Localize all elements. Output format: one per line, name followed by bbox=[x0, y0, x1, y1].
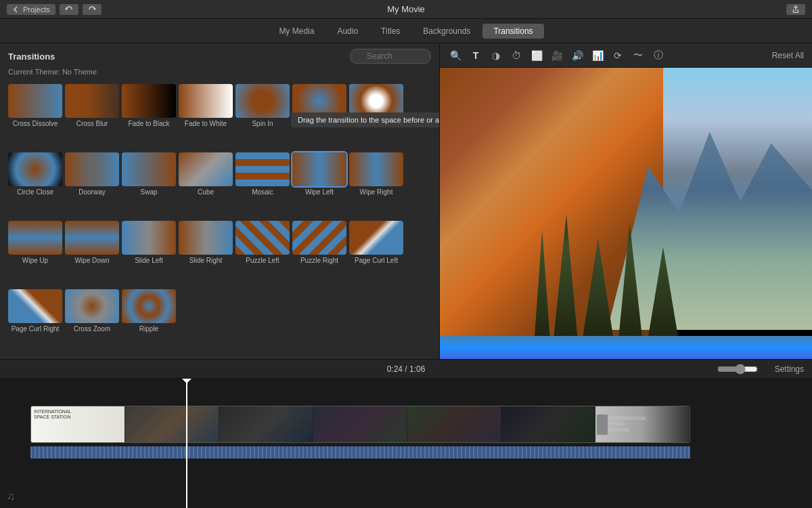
transition-label-page-curl-right: Page Curl Right bbox=[8, 325, 62, 333]
audio-track bbox=[30, 446, 690, 459]
clip-thumb-7: INTERNATIONALSPACESTATION bbox=[595, 406, 690, 442]
transition-label-ripple: Ripple bbox=[122, 325, 176, 333]
titlebar-left: Projects bbox=[7, 4, 102, 15]
preview-area bbox=[440, 68, 812, 359]
transition-item-puzzle-left[interactable]: Puzzle Left bbox=[235, 221, 290, 287]
transition-label-cross-blur: Cross Blur bbox=[65, 120, 119, 128]
timeline-area: 0:24 / 1:06 Settings 8.0s – Space expl..… bbox=[0, 359, 812, 508]
settings-button[interactable]: Settings bbox=[775, 364, 804, 374]
tab-my-media[interactable]: My Media bbox=[268, 24, 325, 39]
transition-item-page-curl-left[interactable]: Page Curl Left bbox=[349, 221, 403, 287]
window-title: My Movie bbox=[387, 4, 425, 14]
transition-label-doorway: Doorway bbox=[65, 188, 119, 196]
playhead-diamond bbox=[182, 379, 191, 383]
transition-item-spin-out[interactable]: Spin Out bbox=[292, 84, 346, 150]
magnifier-icon[interactable]: 🔍 bbox=[448, 48, 463, 63]
projects-label: Projects bbox=[23, 5, 50, 14]
transition-thumb-fade-to-white bbox=[179, 84, 233, 118]
speed-icon[interactable]: ⏱ bbox=[509, 48, 524, 63]
transition-item-slide-right[interactable]: Slide Right bbox=[179, 221, 233, 287]
search-input[interactable] bbox=[350, 49, 431, 64]
transition-label-mosaic: Mosaic bbox=[235, 188, 290, 196]
transition-item-circle-close[interactable]: Circle Close bbox=[8, 152, 62, 218]
undo-button[interactable] bbox=[60, 4, 78, 15]
tab-titles[interactable]: Titles bbox=[370, 24, 411, 39]
transition-label-puzzle-right: Puzzle Right bbox=[292, 257, 346, 265]
current-time: 0:24 bbox=[387, 364, 403, 374]
transition-thumb-cross-blur bbox=[65, 84, 119, 118]
theme-label: Current Theme: No Theme bbox=[0, 66, 439, 80]
crop-icon[interactable]: ⬜ bbox=[529, 48, 544, 63]
transition-label-wipe-up: Wipe Up bbox=[8, 257, 62, 265]
transition-item-wipe-left[interactable]: Wipe Left bbox=[292, 152, 346, 218]
transition-item-wipe-right[interactable]: Wipe Right bbox=[349, 152, 403, 218]
transition-item-mosaic[interactable]: Mosaic bbox=[235, 152, 290, 218]
transition-thumb-wipe-up bbox=[8, 221, 62, 255]
transition-item-fade-to-black[interactable]: Fade to Black bbox=[122, 84, 176, 150]
clip-thumb-6 bbox=[501, 406, 595, 442]
transition-thumb-circle-close bbox=[8, 152, 62, 186]
transition-item-spin-in[interactable]: Spin In bbox=[235, 84, 290, 150]
timeline-track-area: 8.0s – Space expl... INTERNATIONALSPACE … bbox=[0, 379, 812, 508]
transition-item-cross-blur[interactable]: Cross Blur bbox=[65, 84, 119, 150]
tab-backgrounds[interactable]: Backgrounds bbox=[412, 24, 481, 39]
audio-waveform bbox=[30, 446, 690, 459]
transition-item-slide-left[interactable]: Slide Left bbox=[122, 221, 176, 287]
transition-label-slide-left: Slide Left bbox=[122, 257, 176, 265]
clip-thumb-3 bbox=[219, 406, 313, 442]
color-circle-icon[interactable]: ◑ bbox=[489, 48, 503, 63]
transition-item-cross-zoom[interactable]: Cross Zoom bbox=[65, 289, 119, 355]
transition-thumb-spin-in bbox=[235, 84, 290, 118]
main-area: Transitions ⌕ Current Theme: No Theme Cr… bbox=[0, 43, 812, 359]
transition-item-ripple[interactable]: Ripple bbox=[122, 289, 176, 355]
stabilize-icon[interactable]: ⟳ bbox=[610, 48, 625, 63]
transition-label-slide-right: Slide Right bbox=[179, 257, 233, 265]
transition-item-fade-to-white[interactable]: Fade to White bbox=[179, 84, 233, 150]
transition-label-fade-to-black: Fade to Black bbox=[122, 120, 176, 128]
audio-icon[interactable]: 🔊 bbox=[570, 48, 585, 63]
info-icon[interactable]: ⓘ bbox=[651, 48, 666, 63]
preview-scene bbox=[440, 68, 812, 359]
noise-icon[interactable]: 〜 bbox=[631, 48, 646, 63]
transition-thumb-page-curl-left bbox=[349, 221, 403, 255]
text-tool-icon[interactable]: T bbox=[468, 48, 483, 63]
reset-all-button[interactable]: Reset All bbox=[772, 51, 804, 60]
projects-button[interactable]: Projects bbox=[7, 4, 55, 15]
camera-icon[interactable]: 🎥 bbox=[549, 48, 564, 63]
panel-title: Transitions bbox=[8, 51, 55, 62]
tab-transitions[interactable]: Transitions bbox=[482, 24, 543, 39]
transition-label-spin-in: Spin In bbox=[235, 120, 290, 128]
redo-button[interactable] bbox=[83, 4, 102, 15]
share-button[interactable] bbox=[786, 4, 805, 15]
transition-label-fade-to-white: Fade to White bbox=[179, 120, 233, 128]
chart-icon[interactable]: 📊 bbox=[590, 48, 605, 63]
transition-thumb-puzzle-left bbox=[235, 221, 290, 255]
transition-item-wipe-up[interactable]: Wipe Up bbox=[8, 221, 62, 287]
video-clip[interactable]: INTERNATIONALSPACE STATION INTERNATIONAL… bbox=[30, 406, 690, 443]
clip-thumb-5 bbox=[407, 406, 501, 442]
transition-item-cube[interactable]: Cube bbox=[179, 152, 233, 218]
transitions-panel: Transitions ⌕ Current Theme: No Theme Cr… bbox=[0, 43, 440, 359]
zoom-slider[interactable] bbox=[717, 364, 758, 375]
transition-item-page-curl-right[interactable]: Page Curl Right bbox=[8, 289, 62, 355]
clip-thumb-2 bbox=[125, 406, 219, 442]
transition-thumb-wipe-down bbox=[65, 221, 119, 255]
transition-item-cross-dissolve[interactable]: Cross Dissolve bbox=[8, 84, 62, 150]
transition-item-swap[interactable]: Swap bbox=[122, 152, 176, 218]
total-time: 1:06 bbox=[409, 364, 425, 374]
titlebar: Projects My Movie bbox=[0, 0, 812, 19]
time-display: 0:24 / 1:06 bbox=[387, 364, 426, 374]
transition-thumb-puzzle-right bbox=[292, 221, 346, 255]
transition-thumb-spin-out bbox=[292, 84, 346, 118]
transition-item-puzzle-right[interactable]: Puzzle Right bbox=[292, 221, 346, 287]
transition-thumb-cube bbox=[179, 152, 233, 186]
transition-item-doorway[interactable]: Doorway bbox=[65, 152, 119, 218]
transition-item-circle-open[interactable]: Circle Open bbox=[349, 84, 403, 150]
transition-thumb-slide-right bbox=[179, 221, 233, 255]
tab-audio[interactable]: Audio bbox=[326, 24, 369, 39]
transition-label-swap: Swap bbox=[122, 188, 176, 196]
nav-tabs: My Media Audio Titles Backgrounds Transi… bbox=[0, 19, 812, 43]
transition-thumb-cross-zoom bbox=[65, 289, 119, 323]
transition-item-wipe-down[interactable]: Wipe Down bbox=[65, 221, 119, 287]
playhead-line bbox=[186, 379, 187, 508]
